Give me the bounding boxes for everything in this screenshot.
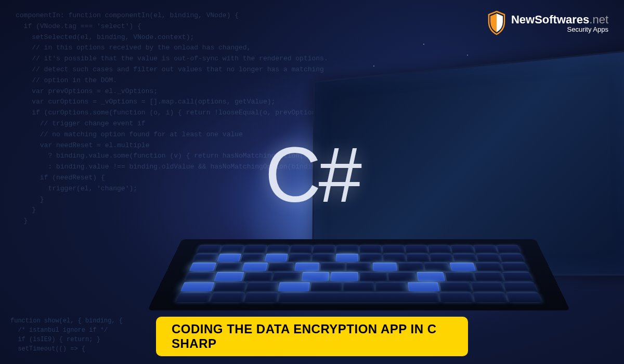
- shield-icon: [486, 10, 507, 35]
- brand-name: NewSoftwares: [511, 13, 589, 26]
- title-banner: CODING THE DATA ENCRYPTION APP IN C SHAR…: [156, 317, 468, 356]
- brand-tagline: Security Apps: [567, 25, 609, 33]
- brand-logo: NewSoftwares.net Security Apps: [486, 10, 608, 35]
- brand-domain: .net: [589, 13, 608, 26]
- csharp-logo: C#: [265, 130, 359, 220]
- laptop-keyboard: [147, 239, 570, 310]
